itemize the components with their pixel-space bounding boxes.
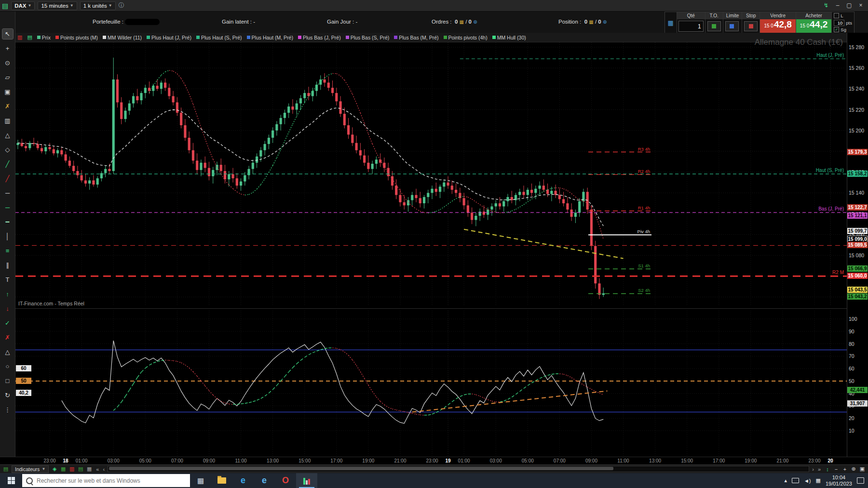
position-settings-icon[interactable]: ⊛ bbox=[603, 19, 607, 25]
price-axis[interactable] bbox=[847, 33, 868, 464]
taskbar-clock[interactable]: 10:04 19/01/2023 bbox=[826, 475, 852, 487]
svg-text:S1 4h: S1 4h bbox=[638, 263, 650, 268]
legend-item[interactable]: Plus Bas (J, Pré) bbox=[298, 35, 341, 40]
legend-item[interactable]: Plus Bas (M, Pré) bbox=[394, 35, 438, 40]
arrow-up-icon[interactable]: ↑ bbox=[2, 289, 13, 299]
close-button[interactable]: × bbox=[855, 1, 866, 10]
legend-item[interactable]: Plus Bas (S, Pré) bbox=[346, 35, 390, 40]
copy-icon[interactable]: ▣ bbox=[2, 87, 13, 97]
indicators-button[interactable]: Indicateurs ▼ bbox=[12, 465, 49, 473]
sell-button[interactable]: 15 042,8 bbox=[760, 19, 795, 33]
horizontal-line-icon[interactable]: ─ bbox=[2, 202, 13, 212]
instrument-select[interactable]: DAX ▼ bbox=[11, 1, 35, 10]
chart-bottom-toolbar: ▤ Indicateurs ▼ ◈▦▥▤▦ « ‹ › » ↕−+⊕▣ bbox=[0, 464, 868, 473]
search-input[interactable] bbox=[36, 477, 186, 485]
main-price-chart[interactable]: Haut (J, Pré)Haut (S, Pré)Bas (J, Pré)R2… bbox=[15, 42, 847, 306]
cancel-icon[interactable]: ✗ bbox=[2, 332, 13, 343]
trading-app-icon[interactable] bbox=[296, 473, 317, 488]
channel-icon[interactable]: ∥ bbox=[2, 260, 13, 270]
time-axis[interactable]: 23:001801:0003:0005:0007:0009:0011:0013:… bbox=[0, 457, 868, 465]
limit-order-button[interactable] bbox=[725, 21, 739, 31]
ellipse-icon[interactable]: ○ bbox=[2, 361, 13, 371]
scroll-last-button[interactable]: » bbox=[817, 466, 822, 472]
share-icon[interactable]: ◈ bbox=[51, 466, 58, 473]
oco-order-button[interactable] bbox=[707, 21, 721, 31]
grid-view-icon[interactable]: ▦ bbox=[59, 466, 67, 473]
legend-item[interactable]: Plus Haut (M, Pré) bbox=[247, 35, 293, 40]
chart-green-icon[interactable]: ▤ bbox=[77, 466, 84, 473]
volume-icon[interactable]: ◄) bbox=[804, 478, 811, 484]
scroll-first-button[interactable]: « bbox=[95, 466, 100, 472]
calendar-icon[interactable]: ▦ bbox=[85, 466, 93, 473]
chart-style-icon-green[interactable]: ▤ bbox=[27, 34, 32, 40]
arrow-down-icon[interactable]: ↓ bbox=[2, 303, 13, 314]
legend-item[interactable]: MM Wilder (11) bbox=[103, 35, 142, 40]
triangle-icon[interactable]: △ bbox=[2, 347, 13, 357]
eraser-icon[interactable]: ▱ bbox=[2, 72, 13, 82]
segment-icon[interactable]: ─ bbox=[2, 188, 13, 198]
scroll-prev-button[interactable]: ‹ bbox=[102, 466, 106, 472]
rectangle-icon[interactable]: □ bbox=[2, 376, 13, 386]
sg-checkbox[interactable]: ✓ bbox=[834, 27, 839, 32]
points-input[interactable]: 10 bbox=[834, 20, 844, 26]
chevron-up-icon[interactable]: ▴ bbox=[784, 477, 787, 484]
chart-scrollbar[interactable] bbox=[108, 466, 809, 472]
maximize-button[interactable]: ▢ bbox=[844, 1, 854, 10]
connection-status-icon[interactable]: ↯ bbox=[821, 1, 831, 10]
taskbar-search[interactable] bbox=[22, 474, 190, 487]
more-tools-icon[interactable]: ⋮ bbox=[2, 405, 13, 415]
chart-style-icon-red[interactable]: ▥ bbox=[17, 34, 22, 40]
trash-icon[interactable]: ▥ bbox=[2, 116, 13, 126]
tools-icon[interactable]: ✗ bbox=[2, 101, 13, 111]
horizontal-ray-icon[interactable]: ━ bbox=[2, 217, 13, 227]
legend-item[interactable]: Prix bbox=[37, 35, 51, 40]
network-icon[interactable] bbox=[792, 478, 799, 483]
text-tool-icon[interactable]: T bbox=[2, 275, 13, 285]
validate-icon[interactable]: ✓ bbox=[2, 318, 13, 328]
zoom-in-icon[interactable]: + bbox=[841, 466, 849, 473]
rotate-icon[interactable]: ↻ bbox=[2, 390, 13, 400]
legend-item[interactable]: Plus Haut (S, Pré) bbox=[196, 35, 242, 40]
fibonacci-icon[interactable]: ≡ bbox=[2, 246, 13, 256]
scroll-next-button[interactable]: › bbox=[811, 466, 815, 472]
zoom-area-icon[interactable]: ⊕ bbox=[850, 466, 857, 473]
stop-order-button[interactable] bbox=[744, 21, 758, 31]
crosshair-icon[interactable]: + bbox=[2, 43, 13, 53]
file-explorer-icon[interactable] bbox=[211, 473, 232, 488]
cursor-icon[interactable]: ↖ bbox=[2, 29, 13, 39]
zoom-out-icon[interactable]: − bbox=[832, 466, 840, 473]
position-list-icon[interactable]: ▦ bbox=[589, 19, 593, 25]
zoom-tool-icon[interactable]: ⊙ bbox=[2, 58, 13, 68]
legend-item[interactable]: Points pivots (4h) bbox=[444, 35, 488, 40]
orders-settings-icon[interactable]: ⊛ bbox=[473, 19, 477, 25]
shapes-icon[interactable]: △ bbox=[2, 130, 13, 140]
timeframe-select[interactable]: 15 minutes ▼ bbox=[38, 1, 77, 10]
legend-item[interactable]: MM Hull (30) bbox=[492, 35, 526, 40]
vertical-line-icon[interactable]: │ bbox=[2, 231, 13, 241]
calculator-icon[interactable]: ▦ bbox=[665, 12, 677, 33]
pan-icon[interactable]: ◇ bbox=[2, 145, 13, 155]
edge-icon[interactable]: e bbox=[232, 473, 254, 488]
ie-icon[interactable]: e bbox=[254, 473, 275, 488]
chart-red-icon[interactable]: ▥ bbox=[68, 466, 76, 473]
minimize-button[interactable]: – bbox=[832, 1, 843, 10]
trendline-down-icon[interactable]: ╱ bbox=[2, 173, 13, 184]
buy-button[interactable]: 15 044,2 bbox=[796, 19, 831, 33]
trendline-up-icon[interactable]: ╱ bbox=[2, 159, 13, 169]
history-icon[interactable]: ▣ bbox=[858, 466, 866, 473]
action-center-icon[interactable] bbox=[857, 477, 864, 484]
opera-icon[interactable]: O bbox=[275, 473, 296, 488]
task-view-icon[interactable]: ▦ bbox=[190, 473, 211, 488]
legend-item[interactable]: Points pivots (M) bbox=[55, 35, 98, 40]
keyboard-icon[interactable]: ▦ bbox=[816, 477, 821, 484]
units-select[interactable]: 1 k unités ▼ bbox=[80, 1, 116, 10]
fit-vertical-icon[interactable]: ↕ bbox=[824, 466, 831, 473]
rsi-indicator-chart[interactable] bbox=[15, 311, 847, 457]
orders-list-icon[interactable]: ▦ bbox=[460, 19, 464, 25]
scrollbar-thumb[interactable] bbox=[109, 467, 613, 470]
start-button[interactable] bbox=[0, 473, 22, 488]
l-checkbox[interactable] bbox=[834, 13, 839, 18]
legend-item[interactable]: Plus Haut (J, Pré) bbox=[147, 35, 191, 40]
quantity-input[interactable]: 1 bbox=[678, 21, 704, 32]
info-icon[interactable]: ⓘ bbox=[119, 1, 124, 10]
